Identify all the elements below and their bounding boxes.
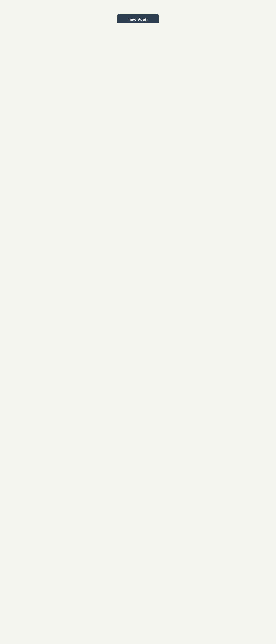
lifecycle-diagram: YES NO when vm.$mount(el) is called YES …	[62, 4, 214, 18]
new-vue-node: new Vue()	[117, 14, 159, 23]
